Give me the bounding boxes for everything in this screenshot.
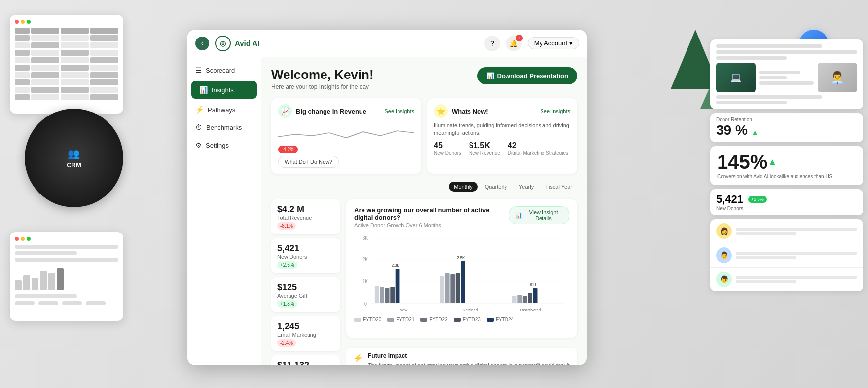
chart-legend: FYTD20 FYTD21 FYTD22	[354, 317, 569, 322]
sidebar-item-scorecard[interactable]: ☰ Scorecard	[187, 61, 261, 79]
metric-new-donors: 5,421 New Donors +2.5%	[271, 238, 340, 273]
download-icon: 📊	[486, 72, 494, 79]
metric-rpd-value: $11,132	[277, 360, 334, 365]
future-impact-title: Future Impact	[368, 352, 570, 359]
insight-cards-row: 📈 Big change in Revenue See Insights -4.…	[271, 98, 577, 174]
svg-text:2.3K: 2.3K	[392, 262, 399, 268]
tab-monthly[interactable]: Monthly	[449, 182, 478, 192]
sidebar-item-pathways[interactable]: ⚡ Pathways	[187, 101, 261, 118]
sidebar-label-pathways: Pathways	[208, 106, 235, 114]
svg-rect-25	[523, 296, 527, 303]
insights-icon: 📊	[199, 86, 208, 94]
sidebar-label-insights: Insights	[212, 86, 234, 94]
insight-card-whats-new: ⭐ Whats New! See Insights Illuminate tre…	[427, 98, 577, 174]
whatsnew-card-icon: ⭐	[434, 104, 448, 118]
metric-email-marketing: 1,245 Email Marketing -2.4%	[271, 316, 340, 351]
svg-text:Reactivated: Reactivated	[520, 307, 541, 312]
metric-donors-value: 5,421	[277, 243, 334, 254]
view-insight-details-button[interactable]: 📊 View Insight Details	[509, 206, 569, 224]
chart-icon: 📊	[515, 212, 522, 219]
what-do-i-do-button[interactable]: What Do I Do Now?	[278, 156, 339, 168]
account-label: My Account	[534, 39, 567, 47]
metric-gift-badge: +1.8%	[277, 300, 297, 308]
metric-donors-badge: +2.5%	[277, 261, 297, 269]
right-doc-card: 💻 👨‍💼	[710, 39, 863, 109]
chart-panel: Are we growing our overall number of act…	[346, 199, 577, 338]
sidebar-item-benchmarks[interactable]: ⏱ Benchmarks	[187, 118, 261, 136]
stat-new-donors-label: New Donors	[434, 150, 461, 155]
benchmarks-icon: ⏱	[195, 123, 202, 131]
profile-item-1: 👩	[710, 219, 863, 243]
profile-item-2: 👨	[710, 243, 863, 268]
stat-new-donors: 45 New Donors	[434, 141, 461, 155]
metric-gift-label: Average Gift	[277, 293, 334, 299]
app-body: ☰ Scorecard 📊 Insights ⚡ Pathways ⏱ Benc…	[187, 57, 587, 365]
tab-yearly[interactable]: Yearly	[514, 182, 539, 192]
sidebar-label-settings: Settings	[206, 142, 229, 149]
notification-badge: 1	[516, 35, 523, 41]
revenue-card-title: Big change in Revenue	[296, 108, 380, 115]
content-header: Welcome, Kevin! Here are your top Insigh…	[271, 67, 577, 90]
doc-card-person: 👨‍💼	[818, 63, 857, 92]
sidebar-item-insights[interactable]: 📊 Insights	[191, 81, 257, 99]
percent-up-icon: ▲	[767, 156, 777, 168]
legend-fytd24: FYTD24	[487, 317, 514, 322]
svg-rect-13	[385, 288, 390, 303]
whatsnew-see-insights-link[interactable]: See Insights	[540, 108, 570, 114]
tab-fiscal-year[interactable]: Fiscal Year	[541, 182, 577, 192]
pathways-icon: ⚡	[195, 106, 204, 114]
account-arrow-icon: ▾	[569, 39, 573, 47]
bar-chart-area: 3K 2K 1K 0 New R	[354, 234, 569, 313]
download-presentation-button[interactable]: 📊 Download Presentation	[477, 67, 577, 84]
svg-rect-20	[456, 273, 460, 303]
chart-subtitle: Active Donor Growth Over 6 Months	[354, 222, 509, 228]
svg-rect-21	[461, 261, 465, 303]
welcome-title: Welcome, Kevin!	[271, 67, 374, 82]
account-button[interactable]: My Account ▾	[528, 37, 579, 49]
left-bottom-tablet	[10, 232, 123, 321]
chart-header: Are we growing our overall number of act…	[354, 206, 569, 228]
app-topbar: ‹ ◎ Avid AI ? 🔔 1 My Account ▾	[187, 30, 587, 57]
stat-new-revenue: $1.5K New Revenue	[469, 141, 500, 155]
legend-fytd20: FYTD20	[354, 317, 381, 322]
period-tabs: Monthly Quarterly Yearly Fiscal Year	[449, 182, 577, 192]
metric-email-label: Email Marketing	[277, 332, 334, 338]
svg-rect-17	[440, 276, 444, 303]
svg-text:3K: 3K	[362, 235, 368, 241]
svg-rect-11	[375, 286, 379, 303]
stat-new-revenue-label: New Revenue	[469, 150, 500, 155]
app-window: ‹ ◎ Avid AI ? 🔔 1 My Account ▾ ☰	[187, 30, 587, 365]
metrics-panel: $4.2 M Total Revenue -8.1% 5,421 New Don…	[271, 199, 340, 365]
svg-text:Retained: Retained	[463, 307, 478, 312]
logo-icon: ◎	[215, 36, 231, 51]
revenue-card-icon: 📈	[278, 104, 292, 118]
stat-new-revenue-value: $1.5K	[469, 141, 500, 150]
tab-quarterly[interactable]: Quarterly	[480, 182, 512, 192]
left-tablet-mockup	[10, 15, 123, 114]
legend-fytd22: FYTD22	[420, 317, 447, 322]
help-button[interactable]: ?	[484, 36, 500, 51]
app-name: Avid AI	[235, 39, 260, 47]
scorecard-icon: ☰	[195, 66, 202, 74]
svg-rect-24	[517, 295, 522, 303]
svg-rect-12	[380, 287, 384, 303]
revenue-see-insights-link[interactable]: See Insights	[384, 108, 414, 114]
sidebar-label-scorecard: Scorecard	[206, 67, 235, 74]
whatsnew-card-title: Whats New!	[452, 108, 536, 115]
notifications-button[interactable]: 🔔 1	[506, 36, 522, 51]
svg-text:2.5K: 2.5K	[457, 255, 465, 260]
stat-digital-value: 42	[508, 141, 568, 150]
metric-email-badge: -2.4%	[277, 339, 296, 347]
app-logo: ◎ Avid AI	[215, 36, 260, 51]
svg-text:611: 611	[530, 282, 536, 287]
svg-rect-19	[450, 274, 455, 303]
legend-fytd21: FYTD21	[387, 317, 414, 322]
svg-rect-15	[396, 269, 400, 303]
metrics-chart-row: $4.2 M Total Revenue -8.1% 5,421 New Don…	[271, 199, 577, 365]
metric-gift-value: $125	[277, 282, 334, 293]
doc-card-photo: 💻	[716, 63, 756, 92]
sidebar-toggle-button[interactable]: ‹	[195, 37, 209, 50]
sidebar-item-settings[interactable]: ⚙ Settings	[187, 136, 261, 154]
legend-fytd23: FYTD23	[454, 317, 481, 322]
big-percent-card: 145 % ▲ Conversion with Avid AI lookalik…	[710, 146, 863, 185]
